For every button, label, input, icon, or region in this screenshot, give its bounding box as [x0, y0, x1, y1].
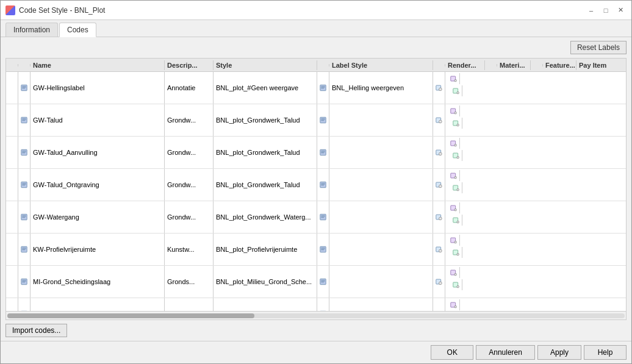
- row-payitem: [450, 163, 481, 166]
- dialog-buttons: OK Annuleren Apply Help: [1, 341, 631, 363]
- svg-rect-28: [21, 149, 27, 155]
- row-materi-icon: [448, 170, 460, 181]
- row-icon: [18, 266, 31, 298]
- row-render: [445, 72, 485, 104]
- row-style: BNL_plot_#Geen weergave: [214, 72, 317, 104]
- row-materi-icon: [448, 235, 460, 246]
- row-render-icon: [433, 72, 445, 104]
- svg-point-79: [439, 249, 442, 252]
- row-lstyle-icon: [317, 104, 329, 136]
- row-style: BNL_plot_Profielvrijeruimte: [214, 234, 317, 265]
- minimize-button[interactable]: –: [585, 4, 597, 16]
- row-materi-icon: [448, 202, 460, 213]
- th-desc[interactable]: Descrip...: [165, 60, 214, 70]
- maximize-button[interactable]: □: [600, 4, 612, 16]
- th-name[interactable]: Name: [31, 60, 165, 70]
- table-header: Name Descrip... Style Label Style Render…: [6, 59, 626, 72]
- title-controls: – □ ✕: [585, 4, 627, 16]
- row-materi: [448, 84, 481, 102]
- svg-rect-69: [457, 221, 459, 223]
- row-materi: [448, 149, 481, 167]
- horizontal-scrollbar[interactable]: [6, 311, 626, 319]
- ok-button[interactable]: OK: [431, 345, 473, 360]
- row-materi: [448, 278, 481, 296]
- apply-button[interactable]: Apply: [537, 345, 581, 360]
- svg-rect-55: [457, 189, 459, 191]
- reset-labels-button[interactable]: Reset Labels: [570, 41, 627, 54]
- svg-rect-25: [454, 112, 456, 114]
- svg-rect-53: [454, 177, 456, 179]
- row-render: [445, 137, 485, 168]
- table-row[interactable]: SC-Staal Staalco... BNL_plot_Staal: [6, 298, 626, 311]
- row-style: BNL_plot_Grondwerk_Talud: [214, 169, 317, 201]
- svg-rect-14: [21, 117, 27, 123]
- th-lstyle-icon: [317, 64, 329, 66]
- row-lstyle: BNL_Helling weergeven: [329, 72, 433, 104]
- row-render-icon: [433, 169, 445, 201]
- svg-point-51: [439, 185, 442, 188]
- svg-rect-74: [320, 246, 326, 252]
- row-materi-icon: [448, 138, 460, 149]
- svg-rect-97: [457, 286, 459, 288]
- table-row[interactable]: GW-Talud Grondw... BNL_plot_Grondwerk_Ta…: [6, 104, 626, 137]
- row-name: GW-Watergang: [31, 201, 165, 233]
- th-feature[interactable]: Feature...: [543, 60, 576, 70]
- svg-rect-32: [320, 149, 326, 155]
- row-lstyle-icon: [317, 298, 329, 311]
- table-row[interactable]: KW-Profielvrijeruimte Kunstw... BNL_plot…: [6, 234, 626, 266]
- row-style: BNL_plot_Milieu_Grond_Sche...: [214, 266, 317, 298]
- svg-rect-67: [454, 209, 456, 211]
- row-icon: [18, 72, 31, 104]
- row-materi-icon: [448, 105, 460, 116]
- row-name: GW-Talud_Aanvulling: [31, 137, 165, 168]
- th-lstyle[interactable]: Label Style: [329, 60, 433, 70]
- th-payitem[interactable]: Pay Item: [576, 60, 613, 70]
- row-feature-icon: [450, 150, 462, 161]
- svg-rect-42: [21, 182, 27, 187]
- row-lstyle-icon: [317, 72, 329, 104]
- tab-codes[interactable]: Codes: [59, 23, 96, 37]
- svg-point-93: [439, 282, 442, 285]
- row-desc: Annotatie: [165, 72, 214, 104]
- tab-information[interactable]: Information: [5, 23, 58, 37]
- row-desc: Grondw...: [165, 169, 214, 201]
- row-name: GW-Talud_Ontgraving: [31, 169, 165, 201]
- th-render[interactable]: Render...: [445, 60, 485, 70]
- th-materi-icon: [485, 64, 497, 66]
- row-materi: [448, 181, 481, 199]
- help-button[interactable]: Help: [584, 345, 627, 360]
- table-row[interactable]: GW-Talud_Ontgraving Grondw... BNL_plot_G…: [6, 169, 626, 201]
- annuleren-button[interactable]: Annuleren: [476, 345, 535, 360]
- row-style: BNL_plot_Grondwerk_Waterg...: [214, 201, 317, 233]
- row-render-icon: [433, 137, 445, 168]
- row-payitem: [450, 260, 481, 263]
- table-row[interactable]: GW-Hellingslabel Annotatie BNL_plot_#Gee…: [6, 72, 626, 104]
- th-materi[interactable]: Materi...: [497, 60, 531, 70]
- row-style: BNL_plot_Staal: [214, 298, 317, 311]
- row-desc: Grondw...: [165, 201, 214, 233]
- import-codes-button[interactable]: Import codes...: [5, 324, 67, 337]
- row-payitem: [450, 228, 481, 230]
- expand-cell: [6, 201, 18, 233]
- row-payitem: [450, 293, 481, 295]
- row-lstyle: [329, 169, 433, 201]
- th-expand: [6, 64, 18, 66]
- row-lstyle-icon: [317, 201, 329, 233]
- table-row[interactable]: GW-Talud_Aanvulling Grondw... BNL_plot_G…: [6, 137, 626, 169]
- svg-rect-39: [454, 145, 456, 146]
- expand-cell: [6, 72, 18, 104]
- expand-cell: [6, 298, 18, 311]
- row-render: [445, 234, 485, 265]
- row-desc: Kunstw...: [165, 234, 214, 265]
- table-row[interactable]: GW-Watergang Grondw... BNL_plot_Grondwer…: [6, 201, 626, 234]
- close-button[interactable]: ✕: [614, 4, 627, 16]
- row-lstyle-icon: [317, 266, 329, 298]
- svg-rect-18: [320, 117, 326, 123]
- th-style[interactable]: Style: [214, 60, 317, 70]
- svg-rect-84: [21, 279, 27, 284]
- row-lstyle: [329, 137, 433, 168]
- table-row[interactable]: MI-Grond_Scheidingslaag Gronds... BNL_pl…: [6, 266, 626, 298]
- row-name: GW-Hellingslabel: [31, 72, 165, 104]
- row-feature-icon: [450, 247, 462, 258]
- expand-cell: [6, 104, 18, 136]
